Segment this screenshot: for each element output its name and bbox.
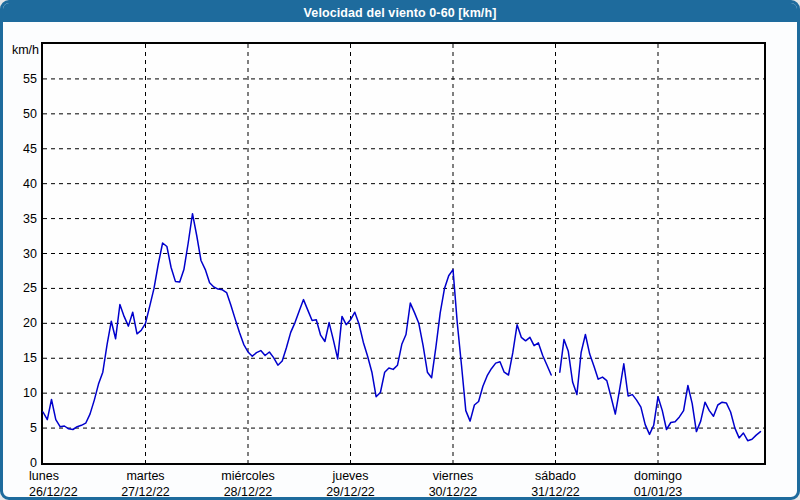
y-tick-label: 35 xyxy=(23,212,37,226)
y-tick-label: 5 xyxy=(30,421,37,435)
x-tick-day-label: miércoles xyxy=(221,469,275,483)
y-tick-label: 20 xyxy=(23,316,37,330)
y-tick-label: 0 xyxy=(30,456,37,470)
x-tick-day-label: jueves xyxy=(331,469,368,483)
x-tick-day-label: sábado xyxy=(535,469,576,483)
x-tick-date-label: 27/12/22 xyxy=(121,485,170,499)
y-tick-label: 55 xyxy=(23,72,37,86)
y-axis-unit-label: km/h xyxy=(12,43,39,57)
x-tick-day-label: lunes xyxy=(29,469,59,483)
x-tick-date-label: 30/12/22 xyxy=(429,485,478,499)
wind-speed-chart: 0510152025303540455055km/hlunes26/12/22m… xyxy=(3,3,800,500)
app-window: Velocidad del viento 0-60 [km/h] 0510152… xyxy=(0,0,800,500)
y-tick-label: 30 xyxy=(23,247,37,261)
y-tick-label: 40 xyxy=(23,177,37,191)
y-tick-label: 10 xyxy=(23,386,37,400)
y-tick-label: 50 xyxy=(23,107,37,121)
y-tick-label: 45 xyxy=(23,142,37,156)
x-tick-date-label: 01/01/23 xyxy=(634,485,683,499)
x-tick-day-label: domingo xyxy=(634,469,682,483)
x-tick-date-label: 26/12/22 xyxy=(29,485,78,499)
x-tick-date-label: 28/12/22 xyxy=(224,485,273,499)
x-tick-date-label: 31/12/22 xyxy=(531,485,580,499)
y-tick-label: 15 xyxy=(23,351,37,365)
x-tick-day-label: martes xyxy=(126,469,164,483)
x-tick-day-label: viernes xyxy=(433,469,473,483)
y-tick-label: 25 xyxy=(23,281,37,295)
x-tick-date-label: 29/12/22 xyxy=(326,485,375,499)
